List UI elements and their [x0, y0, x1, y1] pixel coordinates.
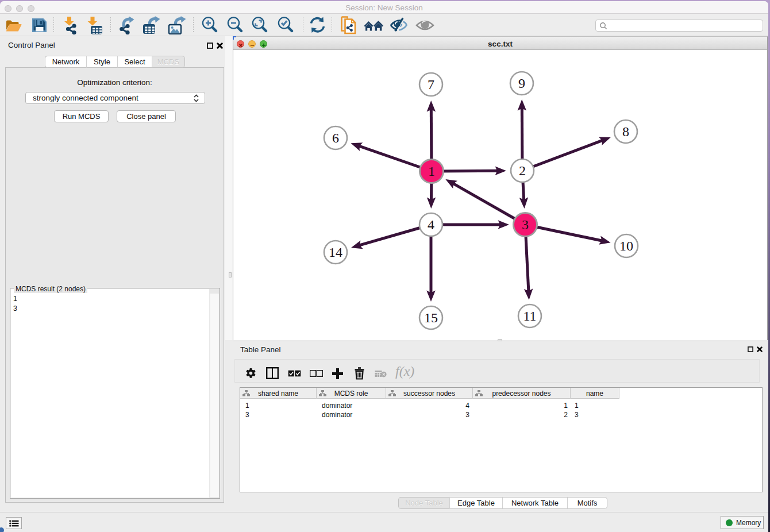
svg-text:6: 6	[332, 130, 339, 145]
svg-text:7: 7	[428, 77, 434, 92]
svg-text:8: 8	[622, 124, 629, 139]
svg-text:14: 14	[329, 245, 342, 260]
svg-text:1: 1	[428, 164, 435, 179]
svg-text:4: 4	[428, 217, 434, 232]
svg-text:9: 9	[518, 76, 525, 91]
svg-text:11: 11	[523, 309, 536, 323]
svg-text:2: 2	[519, 163, 526, 178]
svg-text:15: 15	[424, 310, 438, 325]
svg-text:10: 10	[619, 238, 633, 253]
svg-text:3: 3	[522, 217, 529, 232]
